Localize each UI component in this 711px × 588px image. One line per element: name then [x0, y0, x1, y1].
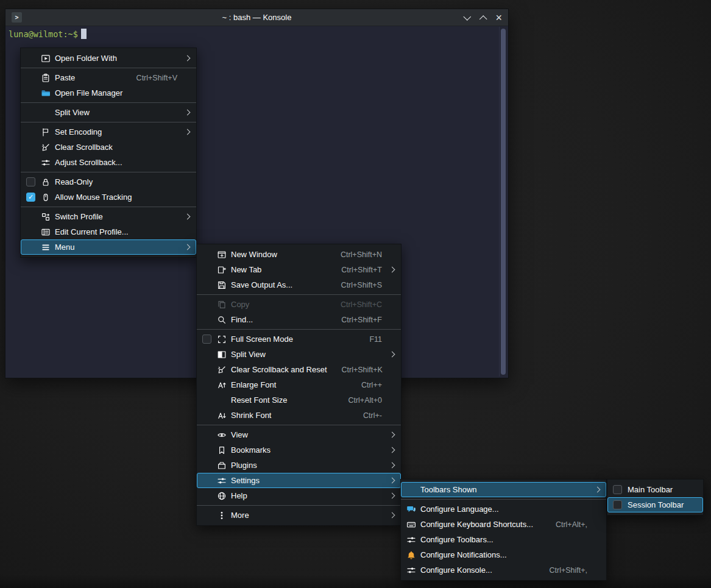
menu-item-configure-konsole[interactable]: Configure Konsole...Ctrl+Shift+, [401, 562, 606, 578]
fullscreen-icon [217, 335, 227, 344]
context-menu: Open Folder WithPasteCtrl+Shift+VOpen Fi… [20, 48, 197, 258]
menu-item-read-only[interactable]: Read-Only [21, 174, 196, 190]
folder-open-with-icon [41, 54, 51, 63]
checkbox-slot [202, 350, 211, 359]
menu-separator [21, 172, 196, 172]
menu-item-label: New Tab [231, 265, 261, 274]
checkbox-slot [202, 380, 211, 389]
menu-item-label: Shrink Font [231, 411, 271, 420]
split-icon [217, 350, 227, 360]
menu-item-shrink-font[interactable]: Shrink FontCtrl+- [197, 408, 401, 423]
icon-slot [406, 485, 416, 495]
plugins-icon [217, 461, 227, 470]
menu-item-label: Read-Only [55, 177, 93, 186]
menu-item-edit-current-profile[interactable]: Edit Current Profile... [21, 224, 196, 239]
konsole-app-icon[interactable]: > [12, 12, 22, 23]
submenu-arrow-icon [181, 56, 191, 60]
menu-item-new-tab[interactable]: New TabCtrl+Shift+T [197, 262, 401, 277]
menu-item-shortcut: Ctrl+Shift+N [341, 250, 382, 259]
menu-item-help[interactable]: Help [197, 488, 401, 503]
menu-item-enlarge-font[interactable]: Enlarge FontCtrl++ [197, 377, 401, 392]
font-up-icon [217, 380, 227, 390]
menu-item-label: Configure Language... [420, 505, 499, 514]
bell-icon [406, 550, 416, 560]
menu-item-allow-mouse-tracking[interactable]: ✓Allow Mouse Tracking [21, 190, 196, 205]
menu-item-shortcut: Ctrl+Shift+C [341, 300, 382, 309]
lock-icon [41, 177, 51, 187]
menu-item-label: Menu [55, 243, 75, 252]
menu-item-split-view[interactable]: Split View [21, 105, 196, 120]
menu-item-find[interactable]: Find...Ctrl+Shift+F [197, 312, 401, 327]
titlebar[interactable]: > ~ : bash — Konsole × [5, 9, 508, 26]
submenu-arrow-icon [386, 463, 395, 467]
submenu-arrow-icon [181, 110, 191, 115]
menu-item-settings[interactable]: Settings [197, 473, 401, 488]
menu-item-reset-font-size[interactable]: Reset Font SizeCtrl+Alt+0 [197, 392, 401, 408]
menu-item-switch-profile[interactable]: Switch Profile [21, 209, 196, 224]
language-icon [406, 505, 416, 514]
menu-item-plugins[interactable]: Plugins [197, 458, 401, 473]
menu-item-toolbars-shown[interactable]: Toolbars Shown [401, 482, 606, 497]
menu-item-menu[interactable]: Menu [21, 239, 196, 255]
menu-item-label: Enlarge Font [231, 380, 276, 389]
checkbox-checked: ✓ [26, 193, 35, 202]
sliders-icon [41, 158, 51, 168]
menu-item-view[interactable]: View [197, 427, 401, 442]
submenu-arrow-icon [386, 494, 395, 498]
form-icon [41, 227, 51, 237]
prompt-line: luna@wilmot:~$ [6, 26, 508, 41]
checkbox-slot [202, 511, 211, 520]
menu-item-open-folder-with[interactable]: Open Folder With [21, 51, 196, 66]
mouse-icon [41, 193, 51, 202]
checkbox-slot [26, 158, 35, 167]
menu-item-copy[interactable]: CopyCtrl+Shift+C [197, 297, 401, 312]
scrollbar-thumb[interactable] [501, 29, 506, 375]
menu-item-label: Main Toolbar [628, 485, 673, 494]
icon-slot [41, 108, 51, 118]
menu-item-clear-scrollback[interactable]: Clear Scrollback [21, 140, 196, 155]
menu-item-clear-scrollback-and-reset[interactable]: Clear Scrollback and ResetCtrl+Shift+K [197, 362, 401, 377]
menu-item-save-output-as[interactable]: Save Output As...Ctrl+Shift+S [197, 277, 401, 292]
submenu-arrow-icon [386, 478, 395, 483]
menu-item-set-encoding[interactable]: Set Encoding [21, 124, 196, 140]
menu-item-label: Session Toolbar [628, 500, 684, 509]
menu-item-label: Paste [55, 73, 75, 82]
menu-item-adjust-scrollback[interactable]: Adjust Scrollback... [21, 155, 196, 170]
hamburger-icon [41, 243, 51, 252]
submenu-arrow-icon [386, 352, 395, 356]
menu-item-full-screen-mode[interactable]: Full Screen ModeF11 [197, 331, 401, 347]
chevron-down-icon [464, 13, 472, 21]
menu-item-new-window[interactable]: New WindowCtrl+Shift+N [197, 247, 401, 262]
checkbox-unchecked [202, 335, 211, 344]
menu-item-main-toolbar[interactable]: Main Toolbar [607, 482, 703, 497]
checkbox-slot [26, 127, 35, 136]
checkbox-slot [202, 411, 211, 420]
menu-item-configure-keyboard-shortcuts[interactable]: Configure Keyboard Shortcuts...Ctrl+Alt+… [401, 517, 606, 532]
menu-item-configure-language[interactable]: Configure Language... [401, 501, 606, 517]
menu-item-label: Plugins [231, 461, 257, 470]
menu-item-shortcut: Ctrl+Shift+S [341, 281, 382, 289]
window-title: ~ : bash — Konsole [5, 13, 508, 22]
desktop: { "window": { "title": "~ : bash — Konso… [0, 0, 711, 588]
menu-item-more[interactable]: More [197, 508, 401, 523]
menu-separator [21, 102, 196, 103]
menu-item-paste[interactable]: PasteCtrl+Shift+V [21, 70, 196, 85]
menu-item-label: Full Screen Mode [231, 335, 293, 344]
menu-item-shortcut: Ctrl+- [363, 411, 382, 420]
menu-item-split-view[interactable]: Split View [197, 347, 401, 362]
close-button[interactable]: × [495, 13, 502, 22]
save-icon [217, 280, 227, 290]
menu-item-session-toolbar[interactable]: Session Toolbar [607, 497, 703, 512]
chevron-up-icon [479, 15, 487, 23]
menu-item-open-file-manager[interactable]: Open File Manager [21, 85, 196, 101]
menu-item-configure-toolbars[interactable]: Configure Toolbars... [401, 532, 606, 547]
maximize-button[interactable] [480, 12, 486, 23]
menu-separator [401, 499, 606, 500]
menu-item-shortcut: Ctrl+Shift+, [549, 566, 587, 575]
minimize-button[interactable] [465, 12, 470, 23]
scrollbar-track[interactable] [499, 27, 508, 377]
checkbox-unchecked [613, 500, 622, 509]
menu-item-configure-notifications[interactable]: Configure Notifications... [401, 547, 606, 562]
sliders-icon [406, 535, 416, 545]
menu-item-bookmarks[interactable]: Bookmarks [197, 442, 401, 458]
